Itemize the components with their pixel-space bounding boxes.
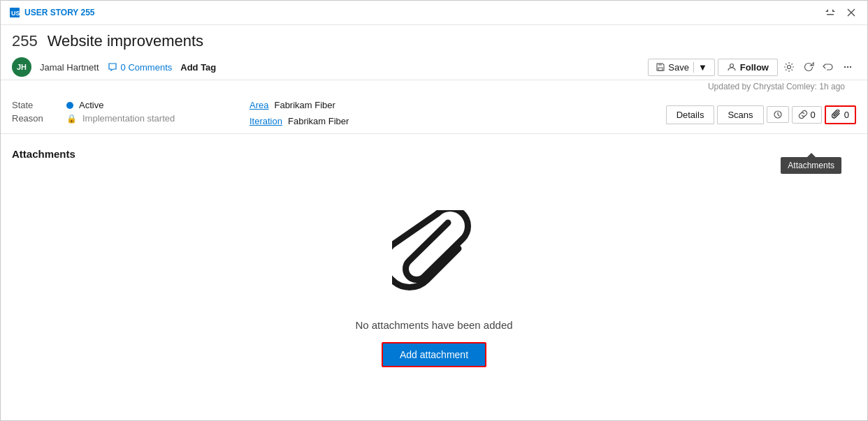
state-dot <box>66 102 73 109</box>
svg-point-7 <box>730 64 733 68</box>
iteration-field: Iteration Fabrikam Fiber <box>249 116 666 126</box>
updated-text: Updated by Chrystal Comley: 1h ago <box>697 82 856 94</box>
content-area: Attachments No attachments have been add… <box>1 134 867 420</box>
close-button[interactable] <box>844 5 859 20</box>
save-label: Save <box>668 62 689 73</box>
meta-left: State Active Reason 🔒 Implementation sta… <box>12 100 249 126</box>
area-value: Fabrikam Fiber <box>274 100 335 110</box>
gear-icon <box>783 61 795 73</box>
svg-point-10 <box>847 66 848 68</box>
svg-text:US: US <box>11 10 20 17</box>
reason-field: Reason 🔒 Implementation started <box>12 113 249 124</box>
settings-button[interactable] <box>781 59 797 75</box>
attachments-count: 0 <box>844 110 849 120</box>
undo-button[interactable] <box>820 59 837 75</box>
save-icon <box>656 62 665 72</box>
title-bar-text: USER STORY 255 <box>24 8 95 17</box>
iteration-value: Fabrikam Fiber <box>288 116 349 126</box>
area-field: Area Fabrikam Fiber <box>249 100 666 110</box>
author-name: Jamal Hartnett <box>40 62 99 73</box>
toolbar: JH Jamal Hartnett 0 Comments Add Tag Sav… <box>1 54 867 80</box>
svg-rect-2 <box>827 14 834 15</box>
svg-rect-6 <box>658 64 662 66</box>
story-title: Website improvements <box>48 32 203 50</box>
area-iter-section: Area Fabrikam Fiber Iteration Fabrikam F… <box>249 100 666 129</box>
comments-button[interactable]: 0 Comments <box>108 62 173 73</box>
lock-icon: 🔒 <box>66 114 77 124</box>
minimize-button[interactable] <box>823 5 838 20</box>
history-icon <box>773 110 783 119</box>
tab-details[interactable]: Details <box>666 105 715 124</box>
title-bar: US USER STORY 255 <box>1 1 867 25</box>
empty-state-text: No attachments have been added <box>355 319 512 331</box>
follow-label: Follow <box>740 62 769 73</box>
tabs-area: Details Scans 0 <box>666 105 856 124</box>
comments-count: 0 Comments <box>121 62 173 73</box>
empty-state: No attachments have been added Add attac… <box>12 171 856 406</box>
meta-section: State Active Reason 🔒 Implementation sta… <box>1 96 867 134</box>
more-icon <box>842 61 853 73</box>
toolbar-right: Save ▼ Follow <box>648 59 856 76</box>
reason-value: Implementation started <box>82 113 175 124</box>
follow-icon <box>727 62 737 72</box>
tab-scans[interactable]: Scans <box>717 105 763 124</box>
iteration-label[interactable]: Iteration <box>249 116 282 126</box>
links-count: 0 <box>811 110 816 120</box>
title-bar-controls <box>823 5 859 20</box>
user-story-icon: US <box>9 7 20 18</box>
updated-text-row: Updated by Chrystal Comley: 1h ago <box>1 80 867 96</box>
reason-label: Reason <box>12 113 61 124</box>
state-label: State <box>12 100 61 110</box>
comment-icon <box>108 62 117 72</box>
large-paperclip-icon <box>392 210 476 308</box>
svg-rect-5 <box>658 68 663 71</box>
state-value: Active <box>79 100 103 110</box>
story-header: 255 Website improvements <box>1 25 867 54</box>
follow-button[interactable]: Follow <box>718 59 778 76</box>
area-label[interactable]: Area <box>249 100 268 110</box>
paperclip-icon-tab <box>832 110 841 119</box>
attachments-section-title: Attachments <box>12 148 75 160</box>
add-tag-button[interactable]: Add Tag <box>180 62 216 73</box>
save-chevron[interactable]: ▼ <box>693 62 707 73</box>
attachments-tooltip: Attachments <box>781 157 841 174</box>
links-icon <box>798 110 808 119</box>
svg-point-8 <box>788 66 791 69</box>
refresh-icon <box>803 61 814 73</box>
story-number: 255 <box>12 32 38 50</box>
undo-icon <box>823 61 834 73</box>
tab-history[interactable] <box>767 106 789 123</box>
add-attachment-button[interactable]: Add attachment <box>382 342 486 367</box>
more-button[interactable] <box>839 59 856 75</box>
save-button[interactable]: Save ▼ <box>648 59 715 76</box>
title-bar-label: US USER STORY 255 <box>9 7 95 18</box>
state-field: State Active <box>12 100 249 110</box>
tab-attachments[interactable]: 0 <box>825 105 856 124</box>
svg-point-11 <box>850 66 851 68</box>
svg-point-9 <box>844 66 846 68</box>
refresh-button[interactable] <box>800 59 817 75</box>
meta-right: Area Fabrikam Fiber Iteration Fabrikam F… <box>249 100 666 129</box>
avatar: JH <box>12 57 31 77</box>
tab-links[interactable]: 0 <box>792 106 822 124</box>
